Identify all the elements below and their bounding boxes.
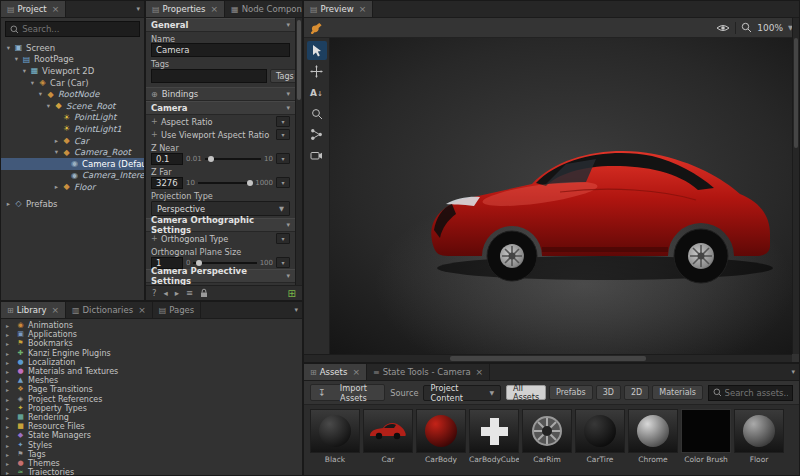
section-general[interactable]: General ▾	[146, 18, 295, 32]
expander-icon[interactable]: ▸	[6, 413, 13, 422]
pan-tool-button[interactable]	[307, 62, 327, 81]
preview-vertical-scrollbar[interactable]	[792, 18, 799, 354]
close-icon[interactable]: ×	[211, 4, 219, 14]
grid-view-icon[interactable]: ⊞	[288, 288, 296, 299]
asset-thumbnail[interactable]	[469, 409, 519, 453]
library-item-animations[interactable]: ▸◉Animations	[1, 321, 302, 330]
project-search-box[interactable]	[5, 21, 140, 37]
expander-icon[interactable]: ▸	[6, 339, 13, 348]
tab-pages[interactable]: ▤ Pages	[153, 302, 202, 318]
asset-thumbnail[interactable]	[628, 409, 678, 453]
filter-2d[interactable]: 2D	[624, 385, 649, 400]
library-item-meshes[interactable]: ▸▲Meshes	[1, 376, 302, 385]
expander-icon[interactable]: ▸	[52, 137, 61, 145]
expander-icon[interactable]: ▸	[6, 330, 13, 339]
binding-editor-icon[interactable]: ▾	[276, 116, 290, 127]
expander-icon[interactable]: ▸	[6, 395, 13, 404]
prev-icon[interactable]: ◂	[164, 288, 168, 298]
asset-thumbnail[interactable]	[522, 409, 572, 453]
library-item-resource-files[interactable]: ▸■Resource Files	[1, 422, 302, 431]
slider-knob[interactable]	[208, 156, 214, 162]
tab-assets[interactable]: ⊞ Assets ×	[304, 364, 367, 380]
preview-horizontal-scrollbar[interactable]	[304, 354, 792, 362]
close-icon[interactable]: ×	[352, 367, 360, 377]
library-item-styles[interactable]: ▸✦Styles	[1, 440, 302, 449]
tree-item-pointlight1[interactable]: ☀PointLight1	[1, 123, 144, 135]
library-item-localization[interactable]: ▸●Localization	[1, 358, 302, 367]
expander-icon[interactable]: ▸	[6, 385, 13, 394]
ortho-plane-slider[interactable]	[193, 262, 256, 264]
expander-icon[interactable]: ▾	[28, 79, 37, 87]
z-far-slider[interactable]	[198, 182, 252, 184]
expander-icon[interactable]: ▸	[6, 422, 13, 431]
property-use-viewport-aspect[interactable]: + Use Viewport Aspect Ratio ▾	[146, 128, 295, 141]
library-item-rendering[interactable]: ▸▦Rendering	[1, 413, 302, 422]
zoom-icon[interactable]	[741, 22, 752, 33]
asset-thumbnail[interactable]	[416, 409, 466, 453]
asset-chrome[interactable]: Chrome	[628, 409, 678, 464]
binding-editor-icon[interactable]: ▾	[276, 129, 290, 140]
section-camera-orthographic[interactable]: Camera Orthographic Settings ▾	[146, 218, 295, 232]
filter-3d[interactable]: 3D	[596, 385, 621, 400]
project-search-input[interactable]	[22, 24, 135, 34]
tree-item-camera-root[interactable]: ▾◆Camera_Root	[1, 146, 144, 158]
section-camera-perspective[interactable]: Camera Perspective Settings ▾	[146, 269, 295, 283]
section-camera[interactable]: Camera ▾	[146, 101, 295, 115]
car-3d-model[interactable]	[410, 96, 792, 291]
tree-item-car-car[interactable]: ▾◈Car (Car)	[1, 77, 144, 89]
slider-knob[interactable]	[196, 260, 202, 266]
binding-editor-icon[interactable]: ▾	[276, 233, 290, 244]
library-item-themes[interactable]: ▸●Themes	[1, 459, 302, 468]
expander-icon[interactable]: ▾	[20, 67, 29, 75]
zoom-level[interactable]: 100%	[757, 23, 783, 33]
tab-dictionaries[interactable]: ▥ Dictionaries ×	[66, 302, 153, 318]
close-icon[interactable]: ×	[51, 305, 59, 315]
assets-search-box[interactable]	[708, 385, 793, 401]
tree-item-camera-interest[interactable]: ◉Camera_Interest	[1, 170, 144, 182]
scrollbar-thumb[interactable]	[794, 38, 798, 148]
list-icon[interactable]: ≡	[186, 288, 193, 298]
panel-menu-caret[interactable]: ▾	[132, 1, 144, 17]
property-aspect-ratio[interactable]: + Aspect Ratio ▾	[146, 115, 295, 128]
expander-icon[interactable]: ▸	[52, 183, 61, 191]
expander-icon[interactable]: ▾	[44, 102, 53, 110]
filter-prefabs[interactable]: Prefabs	[549, 385, 593, 400]
library-item-bookmarks[interactable]: ▸⚑Bookmarks	[1, 339, 302, 348]
tags-input[interactable]	[151, 69, 267, 83]
expander-icon[interactable]: ▸	[6, 404, 13, 413]
expander-icon[interactable]: ▸	[6, 459, 13, 468]
expander-icon[interactable]: ▸	[6, 321, 13, 330]
asset-thumbnail[interactable]	[681, 409, 731, 453]
bindings-section[interactable]: ⊕ Bindings ▾	[146, 87, 295, 101]
tree-item-rootnode[interactable]: ▾◆RootNode	[1, 88, 144, 100]
node-connections-tool-button[interactable]	[307, 125, 327, 144]
tab-node-components[interactable]: ▦ Node Components	[225, 1, 303, 17]
panel-menu-caret[interactable]: ▾	[787, 364, 799, 380]
tree-item-camera-default[interactable]: ◉Camera (Default)	[1, 158, 144, 170]
asset-carrim[interactable]: CarRim	[522, 409, 572, 464]
properties-scrollbar[interactable]	[295, 18, 302, 285]
filter-materials[interactable]: Materials	[652, 385, 703, 400]
lock-icon[interactable]	[200, 288, 208, 298]
preview-viewport[interactable]	[330, 38, 792, 354]
binding-editor-icon[interactable]: ▾	[276, 177, 290, 188]
tree-item-viewport-2d[interactable]: ▾▦Viewport 2D	[1, 65, 144, 77]
slider-knob[interactable]	[247, 180, 253, 186]
name-input[interactable]	[151, 43, 290, 57]
library-item-property-types[interactable]: ▸✦Property Types	[1, 404, 302, 413]
expander-icon[interactable]: ▸	[4, 200, 13, 208]
help-icon[interactable]: ?	[152, 288, 157, 298]
asset-thumbnail[interactable]	[363, 409, 413, 453]
close-icon[interactable]: ×	[52, 4, 60, 14]
expander-icon[interactable]: ▾	[36, 90, 45, 98]
library-item-applications[interactable]: ▸▣Applications	[1, 330, 302, 339]
z-far-input[interactable]	[151, 177, 183, 189]
tree-item-prefabs[interactable]: ▸ ◇ Prefabs	[1, 198, 144, 210]
asset-carbody[interactable]: CarBody	[416, 409, 466, 464]
projection-type-select[interactable]: Perspective ▼	[151, 201, 290, 216]
tools-wrench-icon[interactable]	[310, 21, 323, 34]
library-item-state-managers[interactable]: ▸◆State Managers	[1, 431, 302, 440]
assets-search-input[interactable]	[725, 388, 788, 398]
tree-item-scene-root[interactable]: ▾◆Scene_Root	[1, 100, 144, 112]
expander-icon[interactable]: ▸	[6, 431, 13, 440]
